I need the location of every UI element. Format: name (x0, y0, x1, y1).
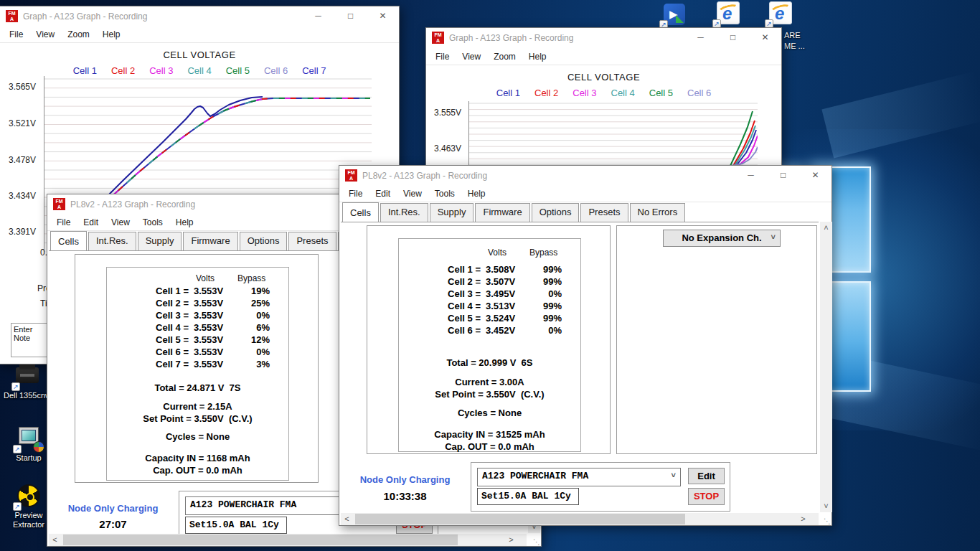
expansion-group: No Expansion Ch.˅ (616, 225, 817, 454)
cell-rows: Cell 1 =3.553V19%Cell 2 =3.553V25%Cell 3… (107, 285, 288, 370)
enter-note-input[interactable]: Enter Note (11, 323, 52, 357)
current-line: Current = 2.15A (107, 401, 288, 412)
menu-item-edit[interactable]: Edit (369, 189, 397, 199)
app-icon: FMA (432, 32, 444, 44)
menu-item-view[interactable]: View (105, 217, 136, 227)
current-line: Current = 3.00A (399, 377, 580, 387)
tab-supply[interactable]: Supply (138, 232, 182, 250)
minimize-button[interactable]: ─ (302, 6, 334, 26)
tab-presets[interactable]: Presets (288, 232, 336, 250)
tab-int-res[interactable]: Int.Res. (380, 203, 428, 222)
tab-options[interactable]: Options (532, 203, 580, 222)
scroll-left-icon[interactable]: ˂ (49, 534, 61, 546)
title-bar[interactable]: FMA PL8v2 - A123 Graph - Recording ─ □ ✕ (339, 166, 831, 185)
menu-item-file[interactable]: File (429, 52, 456, 62)
desktop-icon-media-player[interactable]: ▶ ↗ (648, 2, 702, 27)
preset-select[interactable]: A123 POWERCHAIR FMA˅ (477, 468, 681, 486)
cell-row: Cell 2 =3.553V25% (107, 297, 288, 309)
set-line-field[interactable]: Set15.0A BAL 1Cy (477, 488, 579, 505)
title-bar[interactable]: FMA Graph - A123 Graph - Recording ─ □ ✕ (0, 6, 399, 26)
minimize-button[interactable]: ─ (684, 28, 717, 48)
chart-title: CELL VOLTAGE (0, 50, 399, 60)
menu-item-file[interactable]: File (342, 189, 369, 199)
vertical-scrollbar[interactable]: ˄ ˅ (820, 222, 832, 512)
menu-item-view[interactable]: View (29, 29, 61, 39)
tab-supply[interactable]: Supply (430, 203, 474, 222)
desktop-icon-internet-explorer-2[interactable]: e ↗ (753, 1, 808, 26)
menu-item-zoom[interactable]: Zoom (487, 52, 522, 62)
menu-item-help[interactable]: Help (169, 217, 200, 227)
cell-row: Cell 5 =3.524V99% (399, 312, 580, 324)
close-button[interactable]: ✕ (799, 166, 831, 185)
maximize-button[interactable]: □ (767, 166, 799, 185)
set-line-field[interactable]: Set15.0A BAL 1Cy (185, 517, 287, 534)
tab-int-res[interactable]: Int.Res. (88, 232, 136, 250)
tab-options[interactable]: Options (240, 232, 288, 250)
chart-title: CELL VOLTAGE (426, 72, 781, 83)
cell-table-header: VoltsBypass (107, 273, 288, 283)
menu-item-view[interactable]: View (456, 52, 487, 62)
close-button[interactable]: ✕ (749, 28, 781, 48)
expansion-channel-select[interactable]: No Expansion Ch.˅ (663, 230, 781, 247)
pl8-window-front: FMA PL8v2 - A123 Graph - Recording ─ □ ✕… (339, 165, 832, 526)
resize-grip[interactable]: ⋱ (824, 517, 831, 525)
legend-cell-4: Cell 4 (187, 65, 211, 76)
menu-item-zoom[interactable]: Zoom (61, 29, 96, 39)
total-line: Total = 20.999 V 6S (399, 357, 580, 368)
scroll-down-icon[interactable]: ˅ (820, 500, 832, 512)
minimize-button[interactable]: ─ (735, 166, 767, 185)
tab-presets[interactable]: Presets (580, 203, 628, 222)
menu-item-help[interactable]: Help (522, 52, 553, 62)
title-bar[interactable]: FMA Graph - A123 Graph - Recording ─ □ ✕ (426, 28, 781, 48)
tab-firmware[interactable]: Firmware (475, 203, 529, 222)
menu-item-file[interactable]: File (50, 217, 77, 227)
menu-item-view[interactable]: View (397, 189, 428, 199)
menu-item-edit[interactable]: Edit (77, 217, 105, 227)
capacity-out-line: Cap. OUT = 0.0 mAh (399, 441, 580, 452)
clipped-desktop-label: AREME ... (784, 30, 805, 52)
cell-row: Cell 6 =3.452V0% (399, 324, 580, 336)
cycles-line: Cycles = None (399, 408, 580, 418)
menu-item-tools[interactable]: Tools (428, 189, 461, 199)
tab-cells[interactable]: Cells (342, 202, 379, 222)
horizontal-scrollbar[interactable]: ˂ ˃ (341, 513, 819, 525)
charge-status: Node Only Charging (47, 503, 179, 514)
scrollbar-thumb[interactable] (355, 514, 685, 524)
scroll-right-icon[interactable]: ˃ (505, 534, 517, 546)
scroll-right-icon[interactable]: ˃ (797, 513, 809, 525)
menu-item-help[interactable]: Help (461, 189, 492, 199)
horizontal-scrollbar[interactable]: ˂ ˃ (49, 534, 527, 546)
scroll-up-icon[interactable]: ˄ (820, 222, 832, 234)
shortcut-arrow-icon: ↗ (13, 502, 22, 511)
tab-no-errors[interactable]: No Errors (630, 203, 686, 222)
menu-item-file[interactable]: File (3, 29, 29, 39)
maximize-button[interactable]: □ (717, 28, 749, 48)
cell-row: Cell 1 =3.553V19% (107, 285, 288, 297)
edit-button[interactable]: Edit (688, 468, 725, 484)
menu-bar: FileEditViewToolsHelp (339, 185, 831, 202)
legend-cell-7: Cell 7 (302, 65, 326, 76)
scroll-left-icon[interactable]: ˂ (341, 513, 353, 525)
desktop-icon-internet-explorer-1[interactable]: e ↗ (701, 1, 755, 26)
chart-legend: Cell 1Cell 2Cell 3Cell 4Cell 5Cell 6 (426, 88, 781, 98)
stop-button[interactable]: STOP (688, 488, 725, 505)
tab-firmware[interactable]: Firmware (183, 232, 237, 250)
legend-cell-1: Cell 1 (496, 88, 520, 98)
legend-cell-1: Cell 1 (73, 65, 97, 76)
cell-row: Cell 1 =3.508V99% (399, 263, 580, 276)
tab-cells[interactable]: Cells (50, 231, 87, 250)
close-button[interactable]: ✕ (367, 6, 399, 26)
window-title: PL8v2 - A123 Graph - Recording (362, 171, 487, 181)
menu-item-tools[interactable]: Tools (136, 217, 169, 227)
maximize-button[interactable]: □ (334, 6, 367, 26)
cell-rows: Cell 1 =3.508V99%Cell 2 =3.507V99%Cell 3… (399, 263, 580, 336)
app-icon: FMA (53, 198, 65, 210)
resize-grip[interactable]: ⋱ (533, 538, 540, 546)
legend-cell-3: Cell 3 (149, 65, 173, 76)
menu-item-help[interactable]: Help (96, 29, 127, 39)
y-tick-label: 3.565V (9, 82, 36, 92)
voltage-chart (468, 101, 758, 169)
capacity-in-line: Capacity IN = 1168 mAh (107, 453, 288, 463)
cell-row: Cell 7 =3.553V3% (107, 358, 288, 370)
scrollbar-thumb[interactable] (63, 534, 458, 545)
